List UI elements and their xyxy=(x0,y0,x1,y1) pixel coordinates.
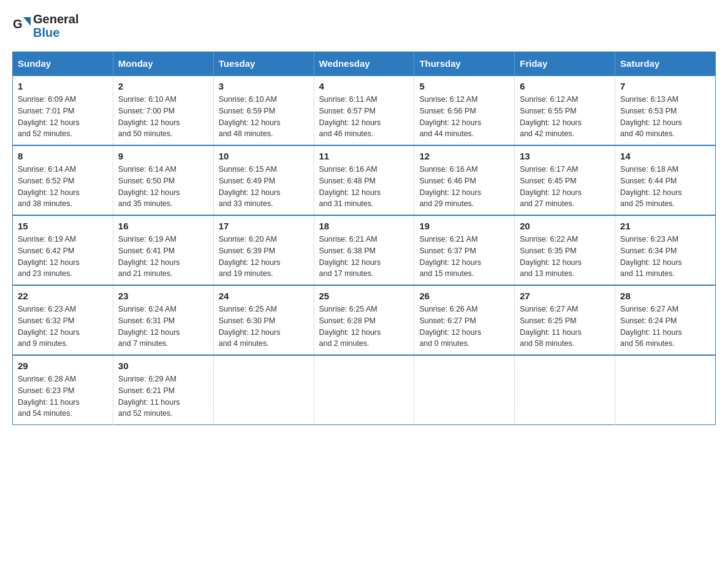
day-number: 25 xyxy=(319,291,409,301)
day-number: 19 xyxy=(419,221,509,231)
calendar-cell: 10 Sunrise: 6:15 AMSunset: 6:49 PMDaylig… xyxy=(213,145,314,215)
calendar-body: 1 Sunrise: 6:09 AMSunset: 7:01 PMDayligh… xyxy=(13,75,716,425)
calendar-cell: 19 Sunrise: 6:21 AMSunset: 6:37 PMDaylig… xyxy=(414,215,515,285)
calendar-week-row: 29 Sunrise: 6:28 AMSunset: 6:23 PMDaylig… xyxy=(13,355,716,425)
calendar-cell: 3 Sunrise: 6:10 AMSunset: 6:59 PMDayligh… xyxy=(213,75,314,145)
calendar-cell: 29 Sunrise: 6:28 AMSunset: 6:23 PMDaylig… xyxy=(13,355,113,425)
calendar-cell xyxy=(414,355,515,425)
calendar-cell: 23 Sunrise: 6:24 AMSunset: 6:31 PMDaylig… xyxy=(113,285,213,355)
day-info: Sunrise: 6:23 AMSunset: 6:32 PMDaylight:… xyxy=(18,304,108,350)
day-number: 27 xyxy=(520,291,610,301)
day-number: 2 xyxy=(118,81,208,91)
day-info: Sunrise: 6:10 AMSunset: 6:59 PMDaylight:… xyxy=(219,94,309,140)
day-number: 23 xyxy=(118,291,208,301)
day-info: Sunrise: 6:22 AMSunset: 6:35 PMDaylight:… xyxy=(520,234,610,280)
day-info: Sunrise: 6:20 AMSunset: 6:39 PMDaylight:… xyxy=(219,234,309,280)
calendar-week-row: 15 Sunrise: 6:19 AMSunset: 6:42 PMDaylig… xyxy=(13,215,716,285)
day-number: 5 xyxy=(419,81,509,91)
calendar-cell: 18 Sunrise: 6:21 AMSunset: 6:38 PMDaylig… xyxy=(314,215,414,285)
calendar-cell: 28 Sunrise: 6:27 AMSunset: 6:24 PMDaylig… xyxy=(615,285,716,355)
day-info: Sunrise: 6:10 AMSunset: 7:00 PMDaylight:… xyxy=(118,94,208,140)
calendar-cell: 20 Sunrise: 6:22 AMSunset: 6:35 PMDaylig… xyxy=(515,215,615,285)
calendar-cell: 30 Sunrise: 6:29 AMSunset: 6:21 PMDaylig… xyxy=(113,355,213,425)
day-info: Sunrise: 6:12 AMSunset: 6:56 PMDaylight:… xyxy=(419,94,509,140)
header-day: Monday xyxy=(113,52,213,76)
day-number: 28 xyxy=(620,291,710,301)
calendar-cell: 14 Sunrise: 6:18 AMSunset: 6:44 PMDaylig… xyxy=(615,145,716,215)
calendar-cell: 22 Sunrise: 6:23 AMSunset: 6:32 PMDaylig… xyxy=(13,285,113,355)
day-info: Sunrise: 6:19 AMSunset: 6:41 PMDaylight:… xyxy=(118,234,208,280)
day-info: Sunrise: 6:16 AMSunset: 6:46 PMDaylight:… xyxy=(419,164,509,210)
day-number: 29 xyxy=(18,361,108,371)
logo-general-text: General xyxy=(33,12,78,26)
day-info: Sunrise: 6:27 AMSunset: 6:24 PMDaylight:… xyxy=(620,304,710,350)
day-info: Sunrise: 6:23 AMSunset: 6:34 PMDaylight:… xyxy=(620,234,710,280)
day-info: Sunrise: 6:13 AMSunset: 6:53 PMDaylight:… xyxy=(620,94,710,140)
calendar-cell: 16 Sunrise: 6:19 AMSunset: 6:41 PMDaylig… xyxy=(113,215,213,285)
day-info: Sunrise: 6:25 AMSunset: 6:28 PMDaylight:… xyxy=(319,304,409,350)
header-day: Friday xyxy=(515,52,615,76)
calendar-cell: 24 Sunrise: 6:25 AMSunset: 6:30 PMDaylig… xyxy=(213,285,314,355)
page-header: G General Blue xyxy=(12,12,716,39)
header-day: Tuesday xyxy=(213,52,314,76)
day-number: 7 xyxy=(620,81,710,91)
calendar-cell: 4 Sunrise: 6:11 AMSunset: 6:57 PMDayligh… xyxy=(314,75,414,145)
calendar-cell xyxy=(314,355,414,425)
logo-wordmark: G General Blue xyxy=(12,12,78,39)
day-number: 18 xyxy=(319,221,409,231)
day-info: Sunrise: 6:21 AMSunset: 6:37 PMDaylight:… xyxy=(419,234,509,280)
calendar-cell: 13 Sunrise: 6:17 AMSunset: 6:45 PMDaylig… xyxy=(515,145,615,215)
calendar-cell: 15 Sunrise: 6:19 AMSunset: 6:42 PMDaylig… xyxy=(13,215,113,285)
day-number: 16 xyxy=(118,221,208,231)
calendar-cell xyxy=(213,355,314,425)
day-info: Sunrise: 6:29 AMSunset: 6:21 PMDaylight:… xyxy=(118,373,208,419)
day-info: Sunrise: 6:11 AMSunset: 6:57 PMDaylight:… xyxy=(319,94,409,140)
svg-marker-1 xyxy=(23,17,31,26)
day-number: 1 xyxy=(18,81,108,91)
day-info: Sunrise: 6:18 AMSunset: 6:44 PMDaylight:… xyxy=(620,164,710,210)
day-info: Sunrise: 6:12 AMSunset: 6:55 PMDaylight:… xyxy=(520,94,610,140)
day-number: 8 xyxy=(18,151,108,161)
day-number: 21 xyxy=(620,221,710,231)
day-info: Sunrise: 6:21 AMSunset: 6:38 PMDaylight:… xyxy=(319,234,409,280)
day-info: Sunrise: 6:19 AMSunset: 6:42 PMDaylight:… xyxy=(18,234,108,280)
day-number: 26 xyxy=(419,291,509,301)
header-day: Saturday xyxy=(615,52,716,76)
day-number: 13 xyxy=(520,151,610,161)
day-number: 15 xyxy=(18,221,108,231)
calendar-cell: 6 Sunrise: 6:12 AMSunset: 6:55 PMDayligh… xyxy=(515,75,615,145)
day-info: Sunrise: 6:26 AMSunset: 6:27 PMDaylight:… xyxy=(419,304,509,350)
calendar-cell: 7 Sunrise: 6:13 AMSunset: 6:53 PMDayligh… xyxy=(615,75,716,145)
day-info: Sunrise: 6:14 AMSunset: 6:50 PMDaylight:… xyxy=(118,164,208,210)
calendar-cell: 12 Sunrise: 6:16 AMSunset: 6:46 PMDaylig… xyxy=(414,145,515,215)
calendar-cell: 25 Sunrise: 6:25 AMSunset: 6:28 PMDaylig… xyxy=(314,285,414,355)
logo-blue-text: Blue xyxy=(33,26,59,39)
header-day: Wednesday xyxy=(314,52,414,76)
day-number: 30 xyxy=(118,361,208,371)
calendar-cell: 2 Sunrise: 6:10 AMSunset: 7:00 PMDayligh… xyxy=(113,75,213,145)
calendar-cell: 1 Sunrise: 6:09 AMSunset: 7:01 PMDayligh… xyxy=(13,75,113,145)
day-info: Sunrise: 6:14 AMSunset: 6:52 PMDaylight:… xyxy=(18,164,108,210)
day-info: Sunrise: 6:16 AMSunset: 6:48 PMDaylight:… xyxy=(319,164,409,210)
day-number: 12 xyxy=(419,151,509,161)
header-day: Thursday xyxy=(414,52,515,76)
header-day: Sunday xyxy=(13,52,113,76)
day-info: Sunrise: 6:24 AMSunset: 6:31 PMDaylight:… xyxy=(118,304,208,350)
day-number: 6 xyxy=(520,81,610,91)
day-info: Sunrise: 6:25 AMSunset: 6:30 PMDaylight:… xyxy=(219,304,309,350)
header-row: SundayMondayTuesdayWednesdayThursdayFrid… xyxy=(13,52,716,76)
calendar-week-row: 8 Sunrise: 6:14 AMSunset: 6:52 PMDayligh… xyxy=(13,145,716,215)
calendar-cell: 21 Sunrise: 6:23 AMSunset: 6:34 PMDaylig… xyxy=(615,215,716,285)
day-info: Sunrise: 6:27 AMSunset: 6:25 PMDaylight:… xyxy=(520,304,610,350)
day-number: 22 xyxy=(18,291,108,301)
calendar-cell xyxy=(615,355,716,425)
calendar-table: SundayMondayTuesdayWednesdayThursdayFrid… xyxy=(12,52,716,425)
calendar-cell: 17 Sunrise: 6:20 AMSunset: 6:39 PMDaylig… xyxy=(213,215,314,285)
day-number: 17 xyxy=(219,221,309,231)
calendar-cell: 8 Sunrise: 6:14 AMSunset: 6:52 PMDayligh… xyxy=(13,145,113,215)
day-number: 4 xyxy=(319,81,409,91)
calendar-header: SundayMondayTuesdayWednesdayThursdayFrid… xyxy=(13,52,716,76)
day-number: 20 xyxy=(520,221,610,231)
day-number: 3 xyxy=(219,81,309,91)
day-number: 9 xyxy=(118,151,208,161)
